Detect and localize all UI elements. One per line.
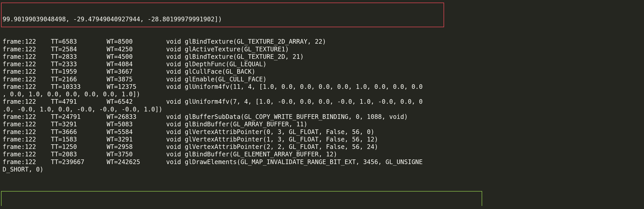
trace-log-lines: frame:122 TT=6583 WT=8500 void glBindTex… bbox=[3, 38, 641, 173]
trace-log-line: frame:122 TT=6583 WT=8500 void glBindTex… bbox=[3, 38, 641, 45]
trace-log-line-wrap: , 0.0, 1.0, 0.0, 0.0, 0.0, 0.0, 1.0]) bbox=[3, 91, 641, 98]
trace-log-line: frame:122 TT=2833 WT=4500 void glBindTex… bbox=[3, 53, 641, 61]
trace-log-line: frame:122 TT=2584 WT=4250 void glActiveT… bbox=[3, 46, 641, 53]
trace-log-line: frame:122 TT=10333 WT=12375 void glUnifo… bbox=[3, 83, 641, 91]
trace-log-line: frame:122 TT=2166 WT=3875 void glEnable(… bbox=[3, 76, 641, 83]
trace-log-line: frame:122 TT=3666 WT=5584 void glVertexA… bbox=[3, 128, 641, 136]
highlight-box-red bbox=[1, 3, 444, 27]
trace-log-line: frame:122 TT=1250 WT=2958 void glVertexA… bbox=[3, 143, 641, 151]
trace-log-line: frame:122 TT=4791 WT=6542 void glUniform… bbox=[3, 98, 641, 106]
trace-log-viewport[interactable]: 99.90199039048498, -29.47949040927944, -… bbox=[0, 0, 644, 206]
trace-log-line: frame:122 TT=2083 WT=3750 void glBindBuf… bbox=[3, 151, 641, 158]
trace-log-line: frame:122 TT=1583 WT=3291 void glVertexA… bbox=[3, 136, 641, 143]
trace-log-line: frame:122 TT=2333 WT=4084 void glDepthFu… bbox=[3, 61, 641, 68]
trace-log-line-wrap: D_SHORT, 0) bbox=[3, 166, 641, 173]
highlight-box-green bbox=[1, 191, 482, 206]
trace-log-line: frame:122 TT=1959 WT=3667 void glCullFac… bbox=[3, 68, 641, 75]
trace-log-line: frame:122 TT=239667 WT=242625 void glDra… bbox=[3, 158, 641, 166]
trace-log-line: frame:122 TT=24791 WT=26833 void glBuffe… bbox=[3, 113, 641, 121]
trace-log-line: frame:122 TT=3291 WT=5083 void glBindBuf… bbox=[3, 121, 641, 128]
trace-log-line-wrap: .0, -0.0, 1.0, 0.0, -0.0, -0.0, -0.0, 1.… bbox=[3, 106, 641, 113]
truncated-prev-line: 99.90199039048498, -29.47949040927944, -… bbox=[3, 16, 641, 23]
